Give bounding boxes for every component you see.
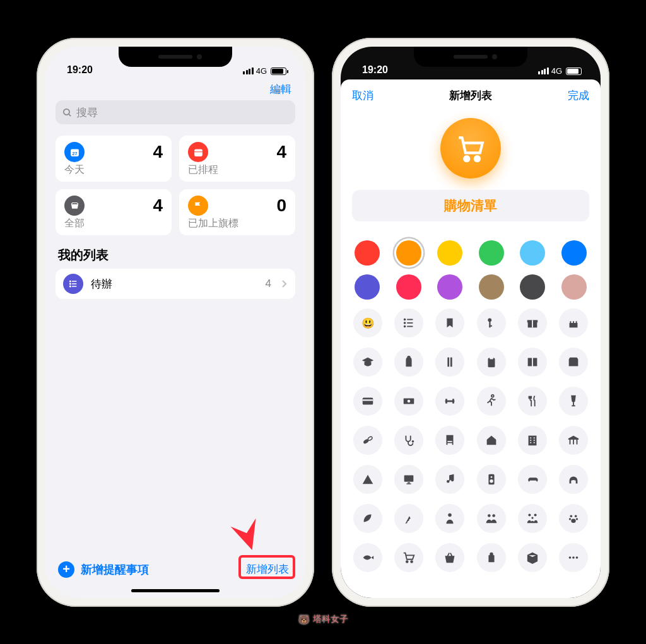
icon-option-person[interactable] bbox=[435, 504, 464, 533]
icon-option-key[interactable] bbox=[477, 308, 506, 337]
svg-point-71 bbox=[576, 556, 578, 559]
color-swatch[interactable] bbox=[479, 274, 504, 300]
svg-point-14 bbox=[475, 156, 479, 161]
color-row-2 bbox=[341, 271, 601, 305]
icon-option-basket[interactable] bbox=[435, 543, 464, 572]
icon-option-music[interactable] bbox=[435, 465, 464, 494]
icon-option-pills[interactable] bbox=[353, 426, 382, 455]
icon-option-tent[interactable] bbox=[353, 465, 382, 494]
icon-option-card[interactable] bbox=[353, 387, 382, 416]
color-swatch[interactable] bbox=[479, 240, 504, 266]
modal-sheet: 取消 新增列表 完成 購物清單 bbox=[341, 79, 601, 598]
svg-rect-45 bbox=[534, 437, 535, 438]
icon-option-gamepad[interactable] bbox=[518, 465, 547, 494]
icon-option-museum[interactable] bbox=[559, 426, 588, 455]
icon-option-building[interactable] bbox=[518, 426, 547, 455]
cancel-button[interactable]: 取消 bbox=[352, 88, 373, 103]
color-swatch[interactable] bbox=[396, 274, 421, 300]
svg-rect-28 bbox=[570, 323, 578, 327]
icon-option-cash[interactable] bbox=[394, 387, 423, 416]
watermark-text: 塔科女子 bbox=[313, 614, 348, 625]
list-name-input[interactable]: 購物清單 bbox=[352, 190, 589, 221]
icon-option-grad[interactable] bbox=[353, 348, 382, 377]
icon-option-cake[interactable] bbox=[559, 308, 588, 337]
chevron-right-icon bbox=[281, 279, 288, 288]
add-list-button[interactable]: 新增列表 bbox=[242, 559, 293, 579]
color-swatch[interactable] bbox=[437, 274, 462, 300]
color-swatch[interactable] bbox=[561, 274, 587, 300]
color-swatch[interactable] bbox=[561, 240, 587, 266]
svg-point-20 bbox=[404, 326, 406, 327]
card-flagged[interactable]: 0 已加上旗標 bbox=[179, 189, 295, 235]
icon-option-clipboard[interactable] bbox=[477, 348, 506, 377]
svg-point-59 bbox=[528, 513, 531, 516]
svg-rect-51 bbox=[408, 483, 410, 484]
edit-button[interactable]: 編輯 bbox=[270, 82, 291, 97]
icon-option-ruler[interactable] bbox=[435, 348, 464, 377]
add-reminder-label: 新增提醒事項 bbox=[81, 562, 149, 577]
icon-option-stetho[interactable] bbox=[394, 426, 423, 455]
color-swatch[interactable] bbox=[437, 240, 462, 266]
list-row-todo[interactable]: 待辦 4 bbox=[56, 269, 295, 299]
schedule-icon bbox=[188, 142, 208, 162]
icon-option-bookmark[interactable] bbox=[435, 308, 464, 337]
svg-line-1 bbox=[69, 114, 71, 115]
icon-option-gift[interactable] bbox=[518, 308, 547, 337]
add-reminder-button[interactable]: + 新增提醒事項 bbox=[58, 561, 149, 578]
icon-option-speaker[interactable] bbox=[477, 465, 506, 494]
svg-rect-33 bbox=[362, 398, 373, 405]
color-swatch[interactable] bbox=[355, 274, 380, 300]
color-swatch[interactable] bbox=[396, 240, 421, 266]
icon-option-people[interactable] bbox=[477, 504, 506, 533]
svg-point-65 bbox=[576, 518, 578, 520]
icon-option-emoji[interactable]: 😃 bbox=[353, 308, 382, 337]
icon-option-cart[interactable] bbox=[394, 543, 423, 572]
svg-rect-34 bbox=[362, 399, 373, 401]
search-input[interactable]: 搜尋 bbox=[56, 100, 295, 124]
svg-point-41 bbox=[367, 436, 373, 441]
svg-rect-46 bbox=[530, 440, 531, 441]
card-all[interactable]: 4 全部 bbox=[56, 189, 172, 235]
icon-option-carrot[interactable] bbox=[394, 504, 423, 533]
icon-option-bag[interactable] bbox=[477, 543, 506, 572]
icon-option-wallet[interactable] bbox=[559, 348, 588, 377]
svg-rect-43 bbox=[529, 436, 537, 446]
icon-option-more[interactable] bbox=[559, 543, 588, 572]
icon-option-dumbbell[interactable] bbox=[435, 387, 464, 416]
search-icon bbox=[62, 107, 73, 118]
icon-option-paw[interactable] bbox=[559, 504, 588, 533]
icon-option-fish[interactable] bbox=[353, 543, 382, 572]
card-label: 全部 bbox=[64, 217, 163, 230]
svg-rect-44 bbox=[530, 437, 531, 438]
color-swatch[interactable] bbox=[520, 274, 545, 300]
icon-option-box[interactable] bbox=[518, 543, 547, 572]
svg-rect-50 bbox=[404, 476, 414, 482]
icon-option-family[interactable] bbox=[518, 504, 547, 533]
tray-icon bbox=[64, 196, 85, 216]
svg-text:😃: 😃 bbox=[361, 317, 374, 330]
icon-option-wine[interactable] bbox=[559, 387, 588, 416]
icon-option-chair[interactable] bbox=[435, 426, 464, 455]
svg-point-64 bbox=[569, 518, 571, 520]
icon-option-backpack[interactable] bbox=[394, 348, 423, 377]
svg-rect-31 bbox=[488, 358, 495, 368]
icon-option-monitor[interactable] bbox=[394, 465, 423, 494]
done-button[interactable]: 完成 bbox=[568, 88, 589, 103]
phone-left: 19:20 4G 編輯 搜尋 bbox=[37, 38, 314, 607]
icon-option-house[interactable] bbox=[477, 426, 506, 455]
card-today[interactable]: 27 4 今天 bbox=[56, 136, 172, 182]
icon-option-run[interactable] bbox=[477, 387, 506, 416]
svg-rect-29 bbox=[448, 358, 450, 367]
color-swatch[interactable] bbox=[355, 240, 380, 266]
svg-rect-23 bbox=[489, 321, 490, 327]
icon-option-list[interactable] bbox=[394, 308, 423, 337]
icon-option-leaf[interactable] bbox=[353, 504, 382, 533]
icon-option-book[interactable] bbox=[518, 348, 547, 377]
color-swatch[interactable] bbox=[520, 240, 545, 266]
watermark: 🐻 塔科女子 bbox=[298, 614, 348, 625]
card-scheduled[interactable]: 4 已排程 bbox=[179, 136, 295, 182]
screen-new-list: 19:20 4G 取消 新增列表 完成 bbox=[341, 47, 601, 598]
icon-option-fork[interactable] bbox=[518, 387, 547, 416]
screen-reminders-home: 19:20 4G 編輯 搜尋 bbox=[45, 47, 305, 598]
icon-option-headphones[interactable] bbox=[559, 465, 588, 494]
